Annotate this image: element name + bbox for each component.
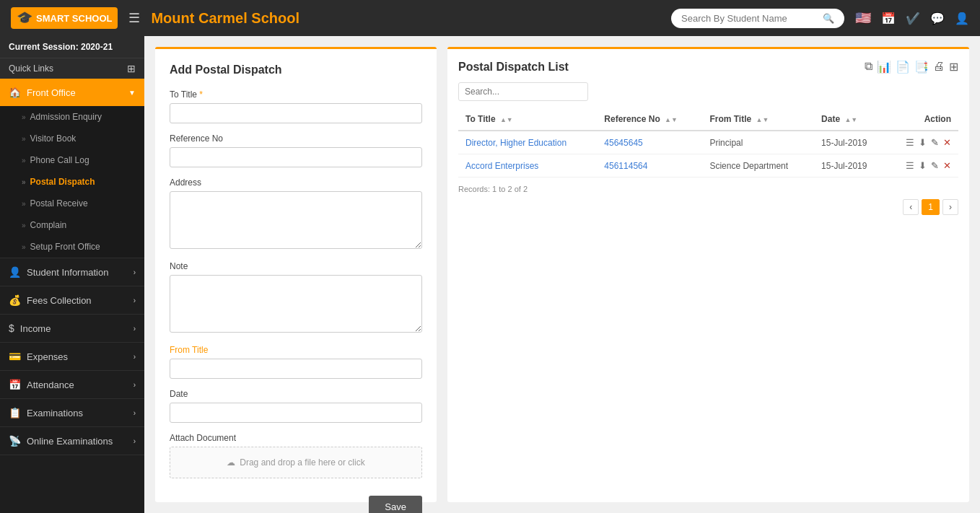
cell-from-title: Science Department: [702, 154, 814, 177]
sidebar-item-complain[interactable]: » Complain: [0, 214, 144, 236]
reference-no-label: Reference No: [170, 133, 422, 144]
address-textarea[interactable]: [170, 191, 422, 249]
sort-icon-to-title[interactable]: ▲▼: [500, 116, 513, 123]
to-title-input[interactable]: [170, 103, 422, 123]
postal-dispatch-table: To Title ▲▼ Reference No ▲▼ From Title ▲…: [458, 108, 958, 177]
hamburger-icon[interactable]: ☰: [128, 10, 140, 26]
pdf-icon[interactable]: 📑: [914, 60, 929, 74]
date-input[interactable]: 31-Oct-2020: [170, 403, 422, 423]
to-title-group: To Title *: [170, 89, 422, 123]
table-row: Director, Higher Education 45645645 Prin…: [458, 131, 958, 154]
excel-icon[interactable]: 📊: [877, 60, 891, 74]
content-area: Add Postal Dispatch To Title * Reference…: [144, 36, 980, 513]
col-date: Date ▲▼: [814, 108, 886, 131]
sort-icon-date[interactable]: ▲▼: [844, 116, 857, 123]
sidebar-section-student-information: 👤 Student Information ›: [0, 258, 144, 286]
whatsapp-icon[interactable]: 💬: [930, 12, 945, 25]
session-info: Current Session: 2020-21: [0, 36, 144, 58]
file-drop-zone[interactable]: ☁ Drag and drop a file here or click: [170, 447, 422, 478]
main-layout: Current Session: 2020-21 Quick Links ⊞ 🏠…: [0, 36, 980, 513]
cell-actions: ☰ ⬇ ✎ ✕: [886, 154, 958, 177]
complain-label: Complain: [30, 220, 67, 230]
pagination: ‹ 1 ›: [458, 199, 958, 215]
sidebar-item-attendance[interactable]: 📅 Attendance ›: [0, 371, 144, 398]
flag-icon[interactable]: 🇺🇸: [855, 10, 871, 26]
user-avatar[interactable]: 👤: [955, 12, 969, 25]
download-icon[interactable]: ⬇: [919, 137, 927, 148]
prev-page-button[interactable]: ‹: [903, 199, 919, 215]
reference-no-group: Reference No: [170, 133, 422, 167]
cell-date: 15-Jul-2019: [814, 154, 886, 177]
reference-no-value: 45645645: [604, 138, 642, 148]
table-search-input[interactable]: [458, 82, 588, 101]
from-title-input[interactable]: [170, 359, 422, 379]
sort-icon-from-title[interactable]: ▲▼: [756, 116, 769, 123]
sidebar-item-postal-receive[interactable]: » Postal Receive: [0, 193, 144, 214]
chevron-right-icon6: ›: [134, 409, 136, 417]
details-icon[interactable]: ☰: [906, 137, 914, 148]
delete-icon[interactable]: ✕: [943, 137, 951, 148]
sidebar-label-expenses: Expenses: [27, 351, 68, 362]
note-textarea[interactable]: [170, 275, 422, 333]
reference-no-input[interactable]: [170, 147, 422, 167]
columns-icon[interactable]: ⊞: [949, 60, 958, 74]
cell-reference-no: 45645645: [597, 131, 702, 154]
table-title: Postal Dispatch List: [458, 61, 569, 74]
sidebar-item-expenses[interactable]: 💳 Expenses ›: [0, 343, 144, 370]
sidebar-item-front-office[interactable]: 🏠 Front Office ▼: [0, 79, 144, 106]
grid-icon[interactable]: ⊞: [127, 63, 136, 74]
details-icon[interactable]: ☰: [906, 160, 914, 171]
to-title-link[interactable]: Accord Enterprises: [465, 161, 538, 171]
logo-icon: 🎓: [17, 10, 32, 26]
sidebar-item-admission-enquiry[interactable]: » Admission Enquiry: [0, 106, 144, 128]
calendar-icon[interactable]: 📅: [881, 12, 896, 25]
attendance-icon: 📅: [9, 379, 21, 390]
school-name: Mount Carmel School: [151, 10, 660, 27]
examinations-icon: 📋: [9, 407, 21, 418]
sidebar-item-fees-collection[interactable]: 💰 Fees Collection ›: [0, 286, 144, 314]
sidebar-item-online-examinations[interactable]: 📡 Online Examinations ›: [0, 427, 144, 455]
sidebar-item-setup-front-office[interactable]: » Setup Front Office: [0, 236, 144, 258]
sidebar-item-phone-call-log[interactable]: » Phone Call Log: [0, 149, 144, 171]
print-icon[interactable]: 🖨: [933, 60, 945, 74]
quick-links-label: Quick Links: [9, 63, 53, 74]
sidebar-label-examinations: Examinations: [27, 408, 83, 418]
address-label: Address: [170, 177, 422, 188]
sidebar-item-student-information[interactable]: 👤 Student Information ›: [0, 258, 144, 286]
next-page-button[interactable]: ›: [942, 199, 958, 215]
edit-icon[interactable]: ✎: [931, 137, 939, 148]
logo: 🎓 SMART SCHOOL: [11, 7, 118, 29]
postal-dispatch-list-panel: Postal Dispatch List ⧉ 📊 📄 📑 🖨 ⊞ To Titl…: [447, 47, 969, 502]
sort-icon-reference-no[interactable]: ▲▼: [665, 116, 678, 123]
search-box: 🔍: [671, 9, 844, 28]
edit-icon[interactable]: ✎: [931, 160, 939, 171]
front-office-icon: 🏠: [9, 87, 21, 98]
file-drop-text: Drag and drop a file here or click: [240, 457, 364, 468]
from-title-label: From Title: [170, 345, 422, 355]
search-input[interactable]: [681, 13, 823, 24]
copy-icon[interactable]: ⧉: [865, 60, 872, 74]
page-1-button[interactable]: 1: [922, 199, 940, 215]
table-header: To Title ▲▼ Reference No ▲▼ From Title ▲…: [458, 108, 958, 131]
sidebar-item-visitor-book[interactable]: » Visitor Book: [0, 128, 144, 149]
checkmark-icon[interactable]: ✔️: [906, 12, 920, 25]
csv-icon[interactable]: 📄: [896, 60, 910, 74]
download-icon[interactable]: ⬇: [919, 160, 927, 171]
sidebar-label-income: Income: [20, 323, 51, 334]
sidebar-item-examinations[interactable]: 📋 Examinations ›: [0, 399, 144, 426]
session-label: Current Session: 2020-21: [9, 42, 113, 52]
chevron-right-icon2: ›: [134, 297, 136, 304]
sidebar-item-income[interactable]: $ Income ›: [0, 315, 144, 342]
sidebar-section-examinations: 📋 Examinations ›: [0, 399, 144, 427]
sidebar-label-attendance: Attendance: [27, 380, 74, 390]
sidebar-item-postal-dispatch[interactable]: » Postal Dispatch: [0, 171, 144, 193]
nav-icons: 🇺🇸 📅 ✔️ 💬 👤: [855, 10, 969, 26]
to-title-link[interactable]: Director, Higher Education: [465, 138, 566, 148]
cell-reference-no: 456114564: [597, 154, 702, 177]
save-button[interactable]: Save: [369, 496, 422, 513]
date-label: Date: [170, 389, 422, 399]
table-actions: ⧉ 📊 📄 📑 🖨 ⊞: [865, 60, 958, 74]
attach-document-label: Attach Document: [170, 433, 422, 443]
cell-actions: ☰ ⬇ ✎ ✕: [886, 131, 958, 154]
delete-icon[interactable]: ✕: [943, 160, 951, 171]
